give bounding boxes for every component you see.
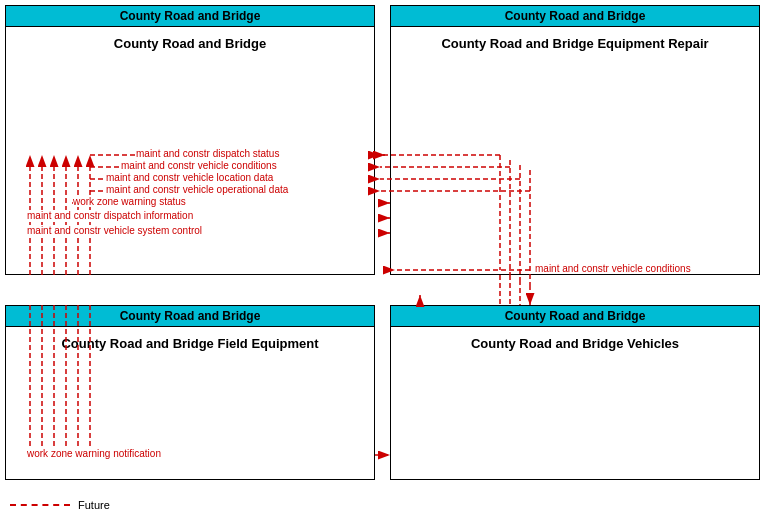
label-maint-vehicle-conditions: maint and constr vehicle conditions (121, 160, 277, 171)
box-top-right-title: County Road and Bridge Equipment Repair (391, 27, 759, 61)
legend: Future (10, 499, 110, 511)
label-maint-vehicle-operational: maint and constr vehicle operational dat… (106, 184, 288, 195)
label-maint-dispatch-info: maint and constr dispatch information (27, 210, 193, 221)
box-top-left-header: County Road and Bridge (6, 6, 374, 27)
box-bottom-left-title: County Road and Bridge Field Equipment (6, 327, 374, 361)
label-work-zone-warning-notification: work zone warning notification (27, 448, 161, 459)
label-maint-vehicle-conditions-right: maint and constr vehicle conditions (535, 263, 691, 274)
legend-line (10, 504, 70, 506)
box-bottom-right-title: County Road and Bridge Vehicles (391, 327, 759, 361)
diagram-container: County Road and Bridge County Road and B… (0, 0, 765, 519)
legend-future-label: Future (78, 499, 110, 511)
box-bottom-left-header: County Road and Bridge (6, 306, 374, 327)
box-bottom-right-header: County Road and Bridge (391, 306, 759, 327)
box-top-right: County Road and Bridge County Road and B… (390, 5, 760, 275)
label-work-zone-warning-status: work zone warning status (73, 196, 186, 207)
box-bottom-right: County Road and Bridge County Road and B… (390, 305, 760, 480)
label-maint-vehicle-location: maint and constr vehicle location data (106, 172, 273, 183)
label-maint-dispatch-status: maint and constr dispatch status (136, 148, 279, 159)
label-maint-vehicle-system-control: maint and constr vehicle system control (27, 225, 202, 236)
box-top-right-header: County Road and Bridge (391, 6, 759, 27)
box-top-left-title: County Road and Bridge (6, 27, 374, 61)
